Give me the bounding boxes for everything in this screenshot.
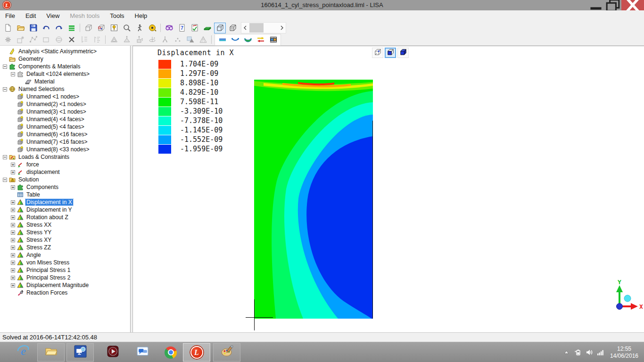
taskbar-chrome-button[interactable] <box>157 343 184 362</box>
tree-toggle-collapse[interactable]: − <box>11 72 15 76</box>
minimize-button[interactable] <box>587 0 604 10</box>
tree-toggle-expand[interactable]: + <box>11 246 15 250</box>
tree-toggle-expand[interactable]: + <box>11 230 15 235</box>
node-path-button[interactable] <box>27 34 39 45</box>
delete-element-button[interactable] <box>66 34 77 45</box>
tree-toggle-collapse[interactable]: − <box>3 65 7 69</box>
notes-button[interactable]: 7 <box>176 23 188 33</box>
wireframe-cube-button[interactable] <box>372 48 383 58</box>
tree-item-stress-xy[interactable]: +Stress XY <box>0 236 130 244</box>
tree-item-angle[interactable]: +Angle <box>0 251 130 259</box>
tree-item-unnamed-1-nodes[interactable]: Unnamed <1 nodes> <box>0 93 130 100</box>
tree-toggle-expand[interactable]: + <box>11 170 15 174</box>
tree-item-unnamed-4-4-faces[interactable]: Unnamed(4) <4 faces> <box>0 115 130 123</box>
load-arrows-button[interactable] <box>255 34 266 45</box>
save-file-button[interactable] <box>27 23 39 33</box>
node-points-button[interactable] <box>172 34 183 45</box>
network-icon[interactable] <box>597 349 604 356</box>
tree-toggle-expand[interactable]: + <box>11 163 15 167</box>
taskbar-paint-button[interactable] <box>213 343 240 362</box>
tree-item-displacement[interactable]: +displacement <box>0 168 130 176</box>
toolbar-scroll-thumb[interactable] <box>249 23 264 33</box>
tree-toggle-collapse[interactable]: − <box>3 87 7 91</box>
tree-toggle-expand[interactable]: + <box>11 276 15 280</box>
tree-toggle-expand[interactable]: + <box>11 283 15 288</box>
probe-box-button[interactable] <box>108 23 120 33</box>
tree-item-displacement-in-x[interactable]: +Displacement in X <box>0 198 130 206</box>
tree-item-stress-yy[interactable]: +Stress YY <box>0 229 130 236</box>
mesh-view-button[interactable] <box>227 23 239 33</box>
view-menu-button[interactable] <box>66 23 77 33</box>
taskbar-lync-button[interactable] <box>129 343 156 362</box>
tree-item-principal-stress-2[interactable]: +Principal Stress 2 <box>0 274 130 281</box>
battery-icon[interactable] <box>574 349 581 356</box>
tree-item-named-selections[interactable]: −Named Selections <box>0 85 130 93</box>
tree-toggle-expand[interactable]: + <box>11 208 15 212</box>
wire-triangle-button[interactable] <box>197 34 209 45</box>
tree-toggle-collapse[interactable]: − <box>3 155 7 159</box>
surface-mesh-button[interactable] <box>184 34 196 45</box>
solid-cube-button[interactable] <box>397 48 409 58</box>
sphere-element-button[interactable] <box>53 34 65 45</box>
open-file-button[interactable] <box>15 23 26 33</box>
tree-item-unnamed-5-4-faces[interactable]: Unnamed(5) <4 faces> <box>0 123 130 131</box>
show-hidden-icon[interactable] <box>563 349 570 356</box>
tree-toggle-expand[interactable]: + <box>11 268 15 272</box>
extrude-button[interactable] <box>133 34 145 45</box>
tree-item-analysis-static-axisymmetric[interactable]: Analysis <Static Axisymmetric> <box>0 48 130 55</box>
triangle-element-button[interactable] <box>108 34 120 45</box>
tree-item-table[interactable]: Table <box>0 191 130 198</box>
tree-item-geometry[interactable]: Geometry <box>0 55 130 63</box>
node-numbering-button[interactable] <box>78 34 90 45</box>
toolbar-scroll-track[interactable] <box>249 23 278 33</box>
tree-item-default-1024-elements[interactable]: −Default <1024 elements> <box>0 70 130 78</box>
tree-item-solution[interactable]: −Solution <box>0 176 130 183</box>
viewport[interactable]: Displacement in X 1.704E-091.297E-098.89… <box>132 46 644 332</box>
tree-item-force[interactable]: +force <box>0 161 130 168</box>
taskbar-remote-desktop-button[interactable] <box>66 343 94 362</box>
triangle-normal-button[interactable] <box>121 34 132 45</box>
tree-item-reaction-forces[interactable]: Reaction Forces <box>0 289 130 296</box>
tree-toggle-expand[interactable]: + <box>11 238 15 242</box>
tree-item-displacement-magnitude[interactable]: +Displacement Magnitude <box>0 281 130 289</box>
taskbar-internet-explorer-button[interactable]: e <box>9 343 37 362</box>
tree-item-displacement-in-y[interactable]: +Displacement in Y <box>0 206 130 214</box>
restore-button[interactable] <box>604 0 621 10</box>
tree-toggle-expand[interactable]: + <box>11 215 15 220</box>
quad-element-button[interactable] <box>40 34 52 45</box>
tree-item-unnamed-2-1-nodes[interactable]: Unnamed(2) <1 nodes> <box>0 100 130 108</box>
tree-item-loads-constraints[interactable]: −Loads & Constraints <box>0 153 130 161</box>
volume-icon[interactable] <box>586 349 593 356</box>
split-element-button[interactable] <box>159 34 171 45</box>
tree-toggle-expand[interactable]: + <box>11 200 15 205</box>
perspective-glasses-button[interactable] <box>163 23 175 33</box>
hidden-line-cube-button[interactable] <box>385 48 396 58</box>
menu-tools[interactable]: Tools <box>105 10 129 22</box>
tree-item-unnamed-6-16-faces[interactable]: Unnamed(6) <16 faces> <box>0 131 130 138</box>
undo-button[interactable] <box>40 23 52 33</box>
menu-help[interactable]: Help <box>130 10 153 22</box>
tree-item-stress-zz[interactable]: +Stress ZZ <box>0 244 130 251</box>
tree-toggle-expand[interactable]: + <box>11 223 15 227</box>
taskbar-media-player-button[interactable] <box>99 343 126 362</box>
tree-item-principal-stress-1[interactable]: +Principal Stress 1 <box>0 266 130 274</box>
tree-item-von-mises-stress[interactable]: +von Mises Stress <box>0 259 130 266</box>
tree-item-components[interactable]: +Components <box>0 183 130 191</box>
revolve-button[interactable] <box>146 34 158 45</box>
solid-view-button[interactable] <box>214 23 226 33</box>
element-numbering-button[interactable] <box>91 34 103 45</box>
toolbar-scroll-right[interactable] <box>278 23 286 33</box>
refine-box-button[interactable] <box>15 34 26 45</box>
menu-file[interactable]: File <box>0 10 20 22</box>
sketch-plane-button[interactable] <box>189 23 200 33</box>
menu-view[interactable]: View <box>41 10 65 22</box>
element-axes-button[interactable] <box>95 23 107 33</box>
animate-film-button[interactable] <box>267 34 279 45</box>
refine-star-button[interactable] <box>2 34 14 45</box>
taskbar-clock[interactable]: 12:55 14/06/2016 <box>610 346 641 360</box>
menu-edit[interactable]: Edit <box>20 10 41 22</box>
zoom-tool-button[interactable] <box>121 23 132 33</box>
taskbar-lisa-button[interactable]: L <box>183 343 210 362</box>
curve-shallow-button[interactable] <box>229 34 241 45</box>
tree-toggle-expand[interactable]: + <box>11 261 15 265</box>
